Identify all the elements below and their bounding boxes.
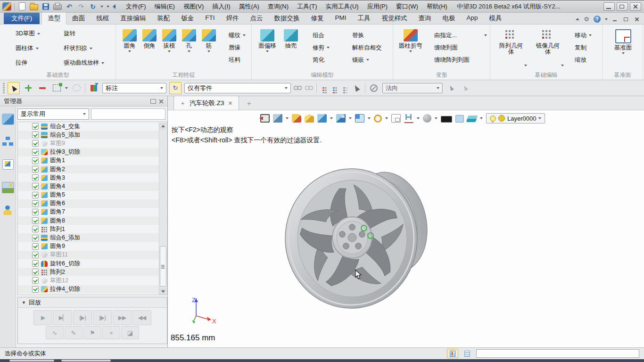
ribbon-button[interactable]: 驱动曲线放样: [52, 57, 114, 69]
ribbon-button[interactable]: 移动: [565, 29, 592, 41]
remove-selection-icon[interactable]: [37, 82, 48, 94]
visibility-checkbox[interactable]: [32, 174, 39, 181]
new-tab-icon[interactable]: ＋: [246, 99, 253, 108]
ribbon-big-button[interactable]: 面偏移: [256, 27, 279, 71]
visual-manager-icon[interactable]: [2, 159, 14, 170]
menu-item[interactable]: 应用(P): [364, 1, 391, 12]
ribbon-tab[interactable]: FTI: [199, 13, 220, 24]
shade-gold-icon[interactable]: [305, 114, 314, 123]
ribbon-button[interactable]: 圆柱体: [4, 42, 52, 55]
pick-filter2-icon[interactable]: [333, 87, 335, 89]
caret-icon[interactable]: [286, 117, 289, 119]
visibility-checkbox[interactable]: [32, 286, 39, 293]
menu-item[interactable]: 文件(F): [123, 1, 149, 12]
ribbon-tab[interactable]: 查询: [413, 13, 437, 24]
doc-close-icon[interactable]: [634, 16, 640, 22]
erase-highlight-icon[interactable]: [292, 114, 301, 123]
ribbon-button[interactable]: 由指定...: [424, 29, 487, 41]
ribbon-button[interactable]: 杆状扫掠: [52, 42, 114, 55]
replay-header[interactable]: ▼ 回放: [18, 297, 167, 308]
doc-restore-icon[interactable]: [623, 16, 629, 22]
unlink-icon[interactable]: [305, 86, 314, 90]
toolbar-drag-handle[interactable]: [3, 83, 5, 93]
history-manager-icon[interactable]: [2, 114, 14, 124]
viewport[interactable]: ＋ 汽车轮毂.Z3 ✕ ＋ Layer0000 按下<F2>动态的观察 <F8>…: [168, 96, 644, 347]
tree-row[interactable]: 圆角1: [18, 156, 167, 165]
menu-item[interactable]: 查询(N): [264, 1, 292, 12]
help-dropdown-icon[interactable]: [605, 18, 608, 20]
visibility-checkbox[interactable]: [32, 200, 39, 207]
ribbon-tab[interactable]: 修复: [305, 13, 330, 24]
ribbon-button[interactable]: 缠绕阵列到面: [424, 54, 487, 66]
caret-icon[interactable]: [480, 117, 483, 119]
ribbon-big-button[interactable]: 孔: [179, 27, 199, 71]
texture-mode-icon[interactable]: [336, 114, 346, 123]
tab-file[interactable]: 文件(F): [4, 13, 40, 24]
visibility-checkbox[interactable]: [32, 123, 39, 130]
visibility-checkbox[interactable]: [32, 140, 39, 147]
visibility-checkbox[interactable]: [32, 277, 39, 284]
ribbon-tab[interactable]: 焊件: [221, 13, 245, 24]
restore-button[interactable]: [617, 2, 628, 11]
command-input[interactable]: [476, 349, 639, 358]
pick-filter3-icon[interactable]: [343, 87, 345, 89]
replay-button[interactable]: ◀◀: [132, 310, 151, 325]
ribbon-big-button[interactable]: 倒角: [140, 27, 159, 71]
tree-row[interactable]: 圆角4: [18, 182, 167, 190]
pick-scope-combo[interactable]: 仅有零件: [184, 83, 291, 93]
save-icon[interactable]: [41, 3, 50, 10]
visibility-checkbox[interactable]: [32, 183, 39, 189]
dropdown-caret-icon[interactable]: [90, 48, 92, 49]
qat-dropdown-icon[interactable]: [100, 6, 103, 8]
caret-icon[interactable]: [330, 117, 333, 119]
replay-tool-button[interactable]: ◪: [121, 326, 139, 339]
ribbon-tab[interactable]: 线框: [91, 13, 115, 24]
ribbon-big-button[interactable]: 圆角: [120, 27, 140, 71]
tree-row[interactable]: 草图9: [18, 139, 167, 148]
role-manager-icon[interactable]: [2, 206, 14, 216]
tree-filter-combo[interactable]: 显示常用: [17, 108, 89, 120]
ribbon-tab[interactable]: 点云: [245, 13, 269, 24]
ribbon-button[interactable]: 修剪: [303, 41, 342, 54]
exit-sketch-icon[interactable]: [260, 114, 270, 123]
pick-last-icon[interactable]: [351, 82, 362, 94]
ribbon-tab[interactable]: 曲面: [66, 13, 91, 24]
collapse-qat-icon[interactable]: [113, 4, 116, 9]
ribbon-button[interactable]: 旋转: [52, 27, 114, 40]
ribbon-tab[interactable]: 视觉样式: [376, 13, 413, 24]
wheel-model[interactable]: [283, 167, 434, 311]
refresh-icon[interactable]: ↻: [89, 3, 97, 10]
visibility-checkbox[interactable]: [32, 149, 39, 156]
ribbon-button[interactable]: 螺纹: [219, 29, 246, 41]
dropdown-caret-icon[interactable]: [589, 34, 592, 36]
open-file-icon[interactable]: [30, 3, 38, 10]
scope-cycle-icon[interactable]: ↻: [169, 82, 182, 94]
document-tab[interactable]: ＋ 汽车轮毂.Z3 ✕: [173, 96, 239, 110]
layer-caret-icon[interactable]: [538, 117, 541, 119]
direction-compass-icon[interactable]: [368, 82, 380, 94]
dropdown-caret-icon[interactable]: [128, 50, 131, 52]
ribbon-tab[interactable]: 钣金: [175, 13, 199, 24]
caret-icon[interactable]: [368, 117, 371, 119]
ribbon-button[interactable]: 缩放: [565, 54, 592, 66]
replay-button[interactable]: (▶): [73, 310, 92, 325]
doc-minimize-icon[interactable]: [612, 16, 619, 22]
collapse-ribbon-icon[interactable]: [576, 18, 579, 20]
entity-filter-combo[interactable]: 标注: [102, 83, 166, 93]
dropdown-caret-icon[interactable]: [524, 65, 527, 66]
section-view-icon[interactable]: [404, 114, 413, 123]
layer-color-icon[interactable]: [498, 115, 505, 122]
ribbon-button[interactable]: 替换: [342, 29, 382, 41]
scrollbar-thumb[interactable]: [160, 246, 166, 287]
lasso-select-icon[interactable]: [71, 82, 82, 94]
visibility-checkbox[interactable]: [32, 192, 39, 198]
replay-tool-button[interactable]: ⚑: [83, 326, 101, 339]
box-select-icon[interactable]: [51, 82, 62, 94]
ribbon-button[interactable]: 镶嵌: [342, 54, 382, 66]
dropdown-caret-icon[interactable]: [168, 50, 171, 52]
direction-combo[interactable]: 法向: [382, 83, 443, 93]
layer-visibility-bulb-icon[interactable]: [490, 115, 496, 122]
input-mode-icon[interactable]: [447, 349, 458, 358]
replay-tool-button[interactable]: ×: [102, 326, 120, 339]
ribbon-big-button[interactable]: 阵列几何体: [494, 27, 528, 71]
